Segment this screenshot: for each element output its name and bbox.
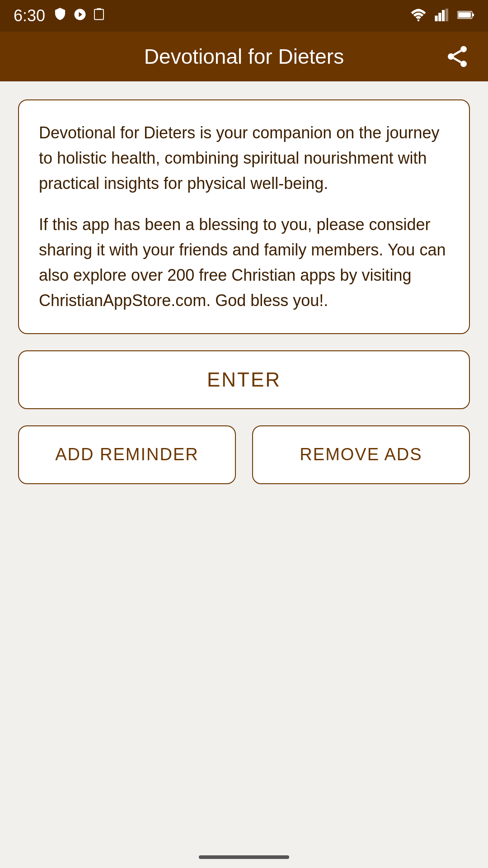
clipboard-icon xyxy=(93,8,105,24)
page-title: Devotional for Dieters xyxy=(144,44,344,69)
svg-rect-4 xyxy=(438,13,441,21)
description-paragraph-1: Devotional for Dieters is your companion… xyxy=(39,120,449,196)
action-buttons: ADD REMINDER REMOVE ADS xyxy=(18,425,470,484)
enter-button[interactable]: ENTER xyxy=(18,350,470,409)
bottom-nav-bar xyxy=(199,855,289,859)
app-header: Devotional for Dieters xyxy=(0,32,488,81)
status-bar-right xyxy=(410,9,474,23)
shield-icon xyxy=(53,7,67,25)
play-icon xyxy=(73,8,87,24)
remove-ads-button[interactable]: REMOVE ADS xyxy=(252,425,470,484)
battery-icon xyxy=(457,10,474,22)
svg-rect-5 xyxy=(442,10,445,21)
status-icons xyxy=(53,7,105,25)
svg-point-10 xyxy=(460,46,467,52)
signal-icon xyxy=(435,9,449,23)
status-bar-left: 6:30 xyxy=(14,6,105,25)
svg-line-13 xyxy=(454,58,461,62)
svg-point-2 xyxy=(418,19,420,21)
svg-point-11 xyxy=(448,53,454,60)
description-text: Devotional for Dieters is your companion… xyxy=(39,120,449,313)
svg-rect-8 xyxy=(472,14,474,16)
svg-rect-6 xyxy=(446,9,448,21)
description-paragraph-2: If this app has been a blessing to you, … xyxy=(39,212,449,313)
svg-rect-0 xyxy=(94,9,103,19)
svg-rect-1 xyxy=(97,8,101,10)
description-card: Devotional for Dieters is your companion… xyxy=(18,99,470,334)
add-reminder-button[interactable]: ADD REMINDER xyxy=(18,425,236,484)
svg-point-12 xyxy=(460,61,467,67)
svg-rect-9 xyxy=(458,12,471,18)
svg-line-14 xyxy=(454,51,461,55)
status-time: 6:30 xyxy=(14,6,45,25)
svg-rect-3 xyxy=(435,16,437,21)
wifi-icon xyxy=(410,9,427,23)
status-bar: 6:30 xyxy=(0,0,488,32)
share-button[interactable] xyxy=(445,44,470,69)
main-content: Devotional for Dieters is your companion… xyxy=(0,81,488,502)
